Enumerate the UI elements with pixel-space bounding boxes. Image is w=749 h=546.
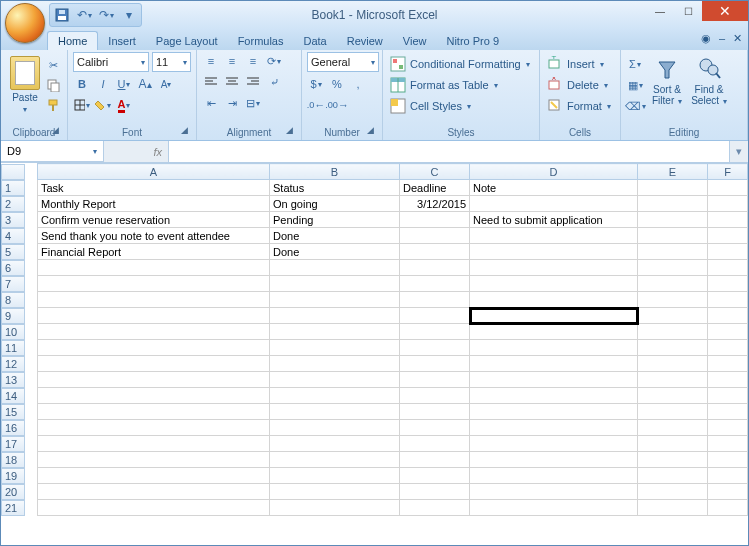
wrap-text-icon[interactable]: ⤶: [265, 73, 283, 91]
tab-home[interactable]: Home: [47, 31, 98, 50]
cell-C14[interactable]: [400, 388, 470, 404]
sort-filter-button[interactable]: Sort & Filter ▾: [648, 52, 686, 115]
cell-B18[interactable]: [270, 452, 400, 468]
cell-E6[interactable]: [638, 260, 708, 276]
cell-B15[interactable]: [270, 404, 400, 420]
cell-E10[interactable]: [638, 324, 708, 340]
save-icon[interactable]: [54, 7, 70, 23]
cell-A13[interactable]: [38, 372, 270, 388]
cell-B10[interactable]: [270, 324, 400, 340]
cell-E21[interactable]: [638, 500, 708, 516]
cell-C3[interactable]: [400, 212, 470, 228]
cell-A9[interactable]: [38, 308, 270, 324]
cell-A11[interactable]: [38, 340, 270, 356]
merge-center-icon[interactable]: ⊟▾: [244, 94, 262, 112]
cell-styles-button[interactable]: Cell Styles ▾: [388, 97, 534, 115]
format-as-table-button[interactable]: Format as Table ▾: [388, 76, 534, 94]
cell-D17[interactable]: [470, 436, 638, 452]
fill-icon[interactable]: ▦▾: [626, 76, 644, 94]
cell-C15[interactable]: [400, 404, 470, 420]
row-header-13[interactable]: 13: [1, 372, 25, 388]
underline-icon[interactable]: U▾: [115, 75, 133, 93]
cell-E8[interactable]: [638, 292, 708, 308]
cell-F21[interactable]: [708, 500, 748, 516]
cell-D3[interactable]: Need to submit application: [470, 212, 638, 228]
cell-E5[interactable]: [638, 244, 708, 260]
tab-review[interactable]: Review: [337, 32, 393, 50]
cell-D19[interactable]: [470, 468, 638, 484]
row-header-15[interactable]: 15: [1, 404, 25, 420]
cell-D8[interactable]: [470, 292, 638, 308]
cell-C11[interactable]: [400, 340, 470, 356]
cell-E12[interactable]: [638, 356, 708, 372]
cell-E19[interactable]: [638, 468, 708, 484]
delete-cells-button[interactable]: ×Delete ▾: [545, 76, 615, 94]
cell-F20[interactable]: [708, 484, 748, 500]
row-header-4[interactable]: 4: [1, 228, 25, 244]
cell-E11[interactable]: [638, 340, 708, 356]
cell-A18[interactable]: [38, 452, 270, 468]
select-all-corner[interactable]: [1, 164, 25, 180]
cell-E2[interactable]: [638, 196, 708, 212]
row-header-3[interactable]: 3: [1, 212, 25, 228]
row-header-6[interactable]: 6: [1, 260, 25, 276]
font-size-combo[interactable]: 11▾: [152, 52, 191, 72]
cell-E14[interactable]: [638, 388, 708, 404]
cell-C9[interactable]: [400, 308, 470, 324]
formula-input[interactable]: [169, 141, 729, 162]
cell-B8[interactable]: [270, 292, 400, 308]
cell-A15[interactable]: [38, 404, 270, 420]
cell-A17[interactable]: [38, 436, 270, 452]
worksheet-grid[interactable]: ABCDEF1TaskStatusDeadlineNote2Monthly Re…: [1, 163, 748, 545]
row-header-7[interactable]: 7: [1, 276, 25, 292]
cell-F5[interactable]: [708, 244, 748, 260]
cell-B17[interactable]: [270, 436, 400, 452]
cell-D1[interactable]: Note: [470, 180, 638, 196]
font-name-combo[interactable]: Calibri▾: [73, 52, 149, 72]
cell-F12[interactable]: [708, 356, 748, 372]
cell-E15[interactable]: [638, 404, 708, 420]
borders-icon[interactable]: ▾: [73, 96, 91, 114]
cell-C18[interactable]: [400, 452, 470, 468]
clipboard-launcher-icon[interactable]: ◢: [48, 124, 62, 138]
cell-B5[interactable]: Done: [270, 244, 400, 260]
fill-color-icon[interactable]: ▾: [94, 96, 112, 114]
cell-B12[interactable]: [270, 356, 400, 372]
row-header-8[interactable]: 8: [1, 292, 25, 308]
cell-C6[interactable]: [400, 260, 470, 276]
cell-E17[interactable]: [638, 436, 708, 452]
comma-icon[interactable]: ,: [349, 75, 367, 93]
cell-C21[interactable]: [400, 500, 470, 516]
cell-B9[interactable]: [270, 308, 400, 324]
cell-E16[interactable]: [638, 420, 708, 436]
cell-C8[interactable]: [400, 292, 470, 308]
grow-font-icon[interactable]: A▴: [136, 75, 154, 93]
cell-C13[interactable]: [400, 372, 470, 388]
cell-C2[interactable]: 3/12/2015: [400, 196, 470, 212]
cell-E9[interactable]: [638, 308, 708, 324]
cell-A20[interactable]: [38, 484, 270, 500]
row-header-11[interactable]: 11: [1, 340, 25, 356]
tab-nitro[interactable]: Nitro Pro 9: [436, 32, 509, 50]
cell-B13[interactable]: [270, 372, 400, 388]
paste-button[interactable]: Paste▾: [6, 52, 44, 115]
cell-D18[interactable]: [470, 452, 638, 468]
cell-D5[interactable]: [470, 244, 638, 260]
cell-D7[interactable]: [470, 276, 638, 292]
row-header-17[interactable]: 17: [1, 436, 25, 452]
cell-B19[interactable]: [270, 468, 400, 484]
cell-F3[interactable]: [708, 212, 748, 228]
cell-F10[interactable]: [708, 324, 748, 340]
undo-icon[interactable]: ↶▾: [76, 7, 92, 23]
cell-A7[interactable]: [38, 276, 270, 292]
cell-D16[interactable]: [470, 420, 638, 436]
cell-C19[interactable]: [400, 468, 470, 484]
cell-F13[interactable]: [708, 372, 748, 388]
tab-page-layout[interactable]: Page Layout: [146, 32, 228, 50]
cell-D6[interactable]: [470, 260, 638, 276]
cell-B2[interactable]: On going: [270, 196, 400, 212]
cell-D14[interactable]: [470, 388, 638, 404]
cell-A21[interactable]: [38, 500, 270, 516]
cell-D10[interactable]: [470, 324, 638, 340]
maximize-button[interactable]: ☐: [674, 1, 702, 21]
